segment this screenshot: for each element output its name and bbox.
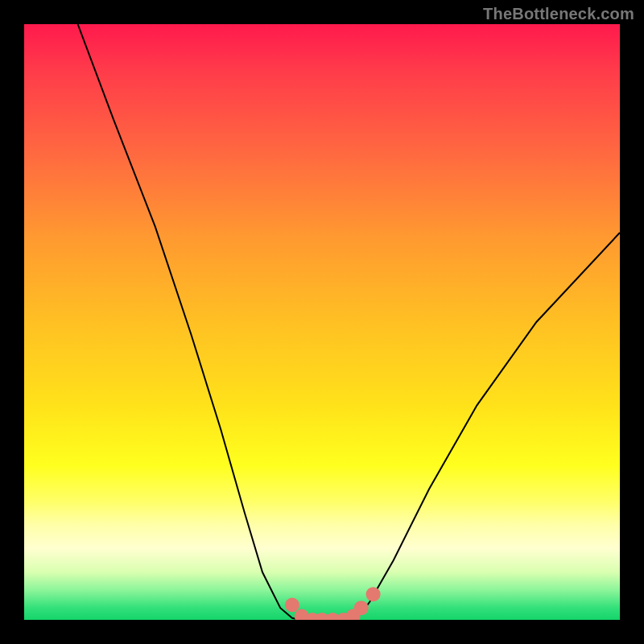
curve-marker xyxy=(354,601,369,615)
marker-group xyxy=(285,587,381,620)
curve-marker xyxy=(285,598,299,613)
bottleneck-curve xyxy=(78,24,620,620)
watermark-text: TheBottleneck.com xyxy=(483,5,634,23)
curve-marker xyxy=(366,587,381,601)
chart-svg xyxy=(24,24,620,620)
